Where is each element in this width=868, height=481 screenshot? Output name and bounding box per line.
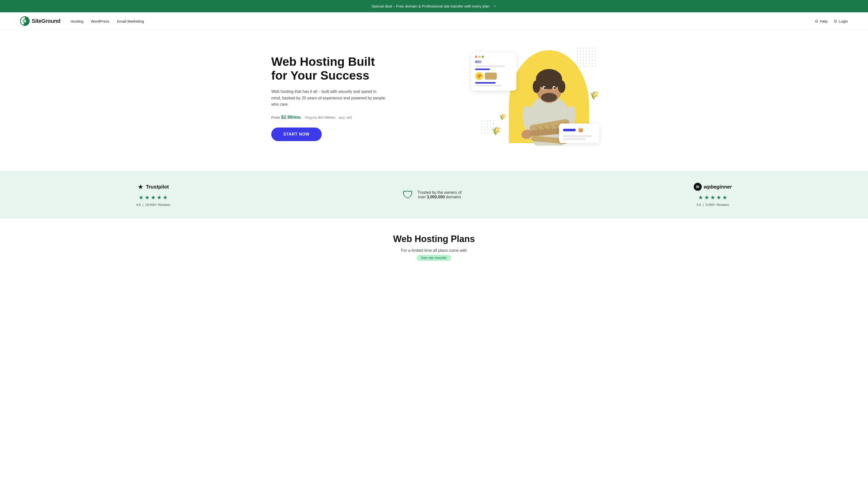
- svg-point-8: [533, 80, 540, 93]
- wp-star-4: ★: [716, 194, 721, 201]
- hero-title-line2: for Your Success: [271, 69, 369, 82]
- nav-link-wordpress[interactable]: WordPress: [91, 19, 110, 23]
- hero-title: Web Hosting Built for Your Success: [271, 55, 387, 82]
- baguette-icon: 🥖: [485, 72, 497, 79]
- login-label: Login: [839, 19, 848, 23]
- wp-sub: 5.0 | 5,000+ Reviews: [696, 203, 729, 206]
- wp-star-1: ★: [698, 194, 703, 201]
- price-from-label: From: [271, 115, 281, 120]
- login-icon: ⊙: [834, 19, 837, 24]
- price-regular: Regular $17.99/mo.: [305, 116, 337, 120]
- trustpilot-sub: 4.8 | 16,500+ Reviews: [136, 203, 170, 206]
- hero-description: Web hosting that has it all – built with…: [271, 88, 387, 108]
- trustpilot-stars: ★ ★ ★ ★ ★: [138, 194, 168, 201]
- help-icon: ⊙: [815, 19, 818, 24]
- nav-left: SiteGround Hosting WordPress Email Marke…: [20, 16, 144, 26]
- plans-section: Web Hosting Plans For a limited time all…: [0, 219, 868, 271]
- trustpilot-proof: ★ Trustpilot ★ ★ ★ ★ ★ 4.8 | 16,500+ Rev…: [136, 183, 170, 206]
- nav-link-hosting[interactable]: Hosting: [70, 19, 83, 23]
- wp-rating: 5.0: [696, 203, 701, 206]
- price-regular-value: $17.99/mo.: [318, 116, 336, 120]
- nav-login-link[interactable]: ⊙ Login: [834, 19, 848, 24]
- price-excl-vat: excl. VAT: [339, 116, 352, 120]
- plans-badge: free site transfer: [417, 255, 451, 261]
- navbar: SiteGround Hosting WordPress Email Marke…: [0, 12, 868, 30]
- star-3: ★: [151, 194, 156, 201]
- wp-icon: W: [694, 183, 702, 191]
- logo-wordmark: SiteGround: [32, 18, 61, 24]
- star-4: ★: [157, 194, 162, 201]
- social-proof-band: ★ Trustpilot ★ ★ ★ ★ ★ 4.8 | 16,500+ Rev…: [0, 171, 868, 219]
- star-5: ★: [163, 194, 168, 201]
- svg-point-9: [558, 80, 565, 93]
- card-line-gray: [563, 135, 592, 137]
- trustpilot-rating: 4.8: [136, 203, 141, 206]
- svg-point-14: [554, 87, 556, 89]
- wheat-icon-3: 🌾: [589, 90, 599, 100]
- trust-text-container: Trusted by the owners of over 3,000,000 …: [417, 190, 462, 199]
- wpbeginner-proof: W wpbeginner ★ ★ ★ ★ ★ 5.0 | 5,000+ Revi…: [694, 183, 732, 206]
- plans-title: Web Hosting Plans: [20, 234, 848, 244]
- wpbeginner-logo: W wpbeginner: [694, 183, 732, 191]
- wp-stars: ★ ★ ★ ★ ★: [698, 194, 727, 201]
- trustpilot-reviews: 16,500+ Reviews: [145, 203, 170, 206]
- pretzel-icon: 🥨: [577, 127, 584, 134]
- wp-star-5: ★: [722, 194, 727, 201]
- hero-section: Web Hosting Built for Your Success Web h…: [251, 30, 617, 171]
- trust-text-3: domains: [445, 195, 461, 199]
- trust-text-2: over: [418, 195, 427, 199]
- wheat-icon-2: 🌾: [499, 114, 506, 121]
- star-1: ★: [138, 194, 144, 201]
- start-now-button[interactable]: START NOW: [271, 128, 322, 141]
- help-label: Help: [820, 19, 828, 23]
- logo[interactable]: SiteGround: [20, 16, 61, 26]
- plans-subtitle: For a limited time all plans come with: [20, 248, 848, 253]
- trust-text-1: Trusted by the owners of: [417, 190, 462, 195]
- card-line-blue: [563, 129, 576, 131]
- wp-star-2: ★: [704, 194, 709, 201]
- wheat-icon-1: 🌾: [491, 126, 501, 135]
- top-banner[interactable]: Special deal – Free domain & Professiona…: [0, 0, 868, 12]
- star-2: ★: [145, 194, 150, 201]
- card-line-gray2: [563, 138, 586, 140]
- ui-card-bottom: 🥨: [559, 124, 599, 143]
- ui-card-bio: BIO 🥐 🥖: [471, 53, 516, 91]
- banner-arrow: →: [492, 3, 497, 9]
- wp-reviews: 5,000+ Reviews: [706, 203, 729, 206]
- croissant-icon: 🥐: [475, 72, 483, 80]
- shield-icon: 🛡: [402, 189, 413, 201]
- domain-trust-proof: 🛡 Trusted by the owners of over 3,000,00…: [402, 189, 462, 201]
- logo-inner-circle: [23, 19, 27, 23]
- logo-icon: [20, 16, 30, 26]
- ui-bio-label: BIO: [475, 60, 513, 64]
- hero-pricing: From $2.99/mo. Regular $17.99/mo. excl. …: [271, 115, 387, 120]
- price-regular-label: Regular: [305, 116, 318, 120]
- banner-text: Special deal – Free domain & Professiona…: [371, 4, 490, 8]
- hero-title-line1: Web Hosting Built: [271, 55, 375, 68]
- trustpilot-star-icon: ★: [137, 183, 144, 191]
- price-value: $2.99/mo.: [281, 115, 302, 120]
- svg-point-10: [541, 93, 557, 102]
- trust-domains: 3,000,000: [427, 195, 445, 199]
- svg-point-13: [544, 87, 546, 89]
- wp-star-3: ★: [710, 194, 715, 201]
- hero-illustration: BIO 🥐 🥖: [476, 45, 597, 151]
- nav-help-link[interactable]: ⊙ Help: [815, 19, 828, 24]
- trustpilot-name: Trustpilot: [146, 184, 169, 190]
- nav-right: ⊙ Help ⊙ Login: [815, 19, 848, 24]
- wp-name: wpbeginner: [704, 184, 732, 190]
- nav-links: Hosting WordPress Email Marketing: [70, 19, 144, 23]
- hero-content: Web Hosting Built for Your Success Web h…: [271, 55, 387, 141]
- nav-link-email-marketing[interactable]: Email Marketing: [117, 19, 144, 23]
